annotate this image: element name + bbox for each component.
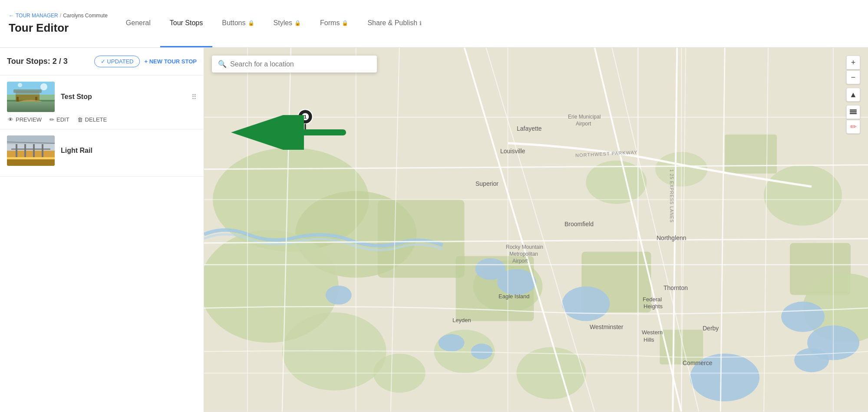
- zoom-in-button[interactable]: +: [846, 56, 860, 69]
- svg-rect-5: [17, 97, 19, 102]
- map-controls: + − ▲ ✏: [846, 56, 860, 134]
- stop-item-2: Light Rail: [0, 129, 204, 177]
- tab-general-label: General: [126, 19, 151, 27]
- styles-lock-icon: 🔒: [294, 20, 301, 26]
- edit-map-button[interactable]: ✏: [846, 120, 860, 134]
- stop-thumb-2: [7, 135, 55, 166]
- tab-buttons[interactable]: Buttons 🔒: [212, 0, 264, 47]
- svg-rect-17: [16, 144, 17, 157]
- edit-icon: ✏: [50, 116, 54, 123]
- tour-stops-count: Tour Stops: 2 / 3: [7, 57, 68, 66]
- svg-point-50: [326, 286, 352, 305]
- tab-tour-stops-label: Tour Stops: [170, 19, 203, 27]
- map-search[interactable]: 🔍: [212, 56, 377, 73]
- nav-tabs: General Tour Stops Buttons 🔒 Styles 🔒 Fo…: [116, 0, 431, 47]
- tab-share-publish-label: Share & Publish: [367, 19, 417, 27]
- buttons-lock-icon: 🔒: [248, 20, 254, 26]
- delete-label: DELETE: [85, 116, 107, 123]
- tab-forms-label: Forms: [320, 19, 340, 27]
- map-pin: 1: [297, 109, 314, 132]
- edit-button-1[interactable]: ✏ EDIT: [50, 116, 69, 123]
- svg-point-46: [781, 302, 825, 332]
- forms-lock-icon: 🔒: [342, 20, 348, 26]
- share-warn-icon: ℹ: [419, 20, 422, 26]
- page-title: Tour Editor: [9, 21, 108, 35]
- svg-point-34: [764, 165, 842, 226]
- svg-point-43: [497, 269, 536, 295]
- stop-thumb-1: [7, 82, 55, 112]
- edit-label: EDIT: [56, 116, 69, 123]
- breadcrumb-separator: /: [60, 13, 61, 19]
- map-area[interactable]: Lafayette Erie Municipal Airport Louisvi…: [204, 48, 868, 412]
- sidebar: Tour Stops: 2 / 3 ✓ UPDATED + NEW TOUR S…: [0, 48, 204, 412]
- compass-button[interactable]: ▲: [846, 88, 860, 102]
- sidebar-actions: ✓ UPDATED + NEW TOUR STOP: [94, 56, 197, 67]
- svg-point-51: [690, 354, 759, 402]
- tour-manager-link[interactable]: TOUR MANAGER: [16, 13, 58, 19]
- stop-actions-1: 👁 PREVIEW ✏ EDIT 🗑 DELETE: [7, 116, 197, 123]
- delete-icon: 🗑: [77, 116, 83, 123]
- svg-point-49: [562, 287, 610, 321]
- search-input[interactable]: [230, 60, 371, 68]
- tab-forms[interactable]: Forms 🔒: [310, 0, 358, 47]
- back-arrow-icon[interactable]: ←: [9, 13, 14, 19]
- svg-point-7: [18, 100, 44, 107]
- svg-rect-70: [850, 111, 857, 112]
- stop-name-2: Light Rail: [61, 147, 197, 155]
- app-header: ← TOUR MANAGER / Carolyns Commute Tour E…: [0, 0, 868, 48]
- new-tour-stop-button[interactable]: + NEW TOUR STOP: [144, 58, 197, 65]
- search-icon: 🔍: [218, 60, 227, 68]
- svg-rect-18: [24, 144, 26, 157]
- svg-rect-8: [7, 82, 55, 95]
- stop-list: Test Stop ⠿ 👁 PREVIEW ✏ EDIT 🗑 DELETE: [0, 76, 204, 412]
- svg-text:1: 1: [304, 114, 307, 119]
- tab-general[interactable]: General: [116, 0, 160, 47]
- breadcrumb-current: Carolyns Commute: [63, 13, 108, 19]
- updated-button[interactable]: ✓ UPDATED: [94, 56, 140, 67]
- svg-rect-6: [35, 97, 37, 102]
- svg-point-10: [18, 83, 22, 87]
- drag-handle-1[interactable]: ⠿: [191, 93, 197, 101]
- stop-item-1: Test Stop ⠿ 👁 PREVIEW ✏ EDIT 🗑 DELETE: [0, 76, 204, 129]
- svg-point-9: [40, 83, 47, 90]
- header-left: ← TOUR MANAGER / Carolyns Commute Tour E…: [0, 0, 116, 47]
- tab-styles[interactable]: Styles 🔒: [264, 0, 311, 47]
- svg-rect-72: [850, 113, 857, 114]
- zoom-out-button[interactable]: −: [846, 70, 860, 84]
- sidebar-header: Tour Stops: 2 / 3 ✓ UPDATED + NEW TOUR S…: [0, 48, 204, 76]
- tab-share-publish[interactable]: Share & Publish ℹ: [358, 0, 431, 47]
- layers-button[interactable]: [846, 105, 860, 119]
- preview-icon: 👁: [8, 116, 13, 123]
- svg-rect-22: [7, 135, 55, 144]
- tab-styles-label: Styles: [274, 19, 293, 27]
- tab-buttons-label: Buttons: [222, 19, 245, 27]
- map-background: [204, 48, 868, 412]
- stop-item-top-2: Light Rail: [7, 135, 197, 166]
- svg-rect-33: [725, 135, 777, 174]
- svg-rect-15: [7, 157, 55, 159]
- preview-button-1[interactable]: 👁 PREVIEW: [8, 116, 42, 123]
- breadcrumb: ← TOUR MANAGER / Carolyns Commute: [9, 13, 108, 19]
- svg-rect-20: [42, 144, 43, 157]
- preview-label: PREVIEW: [16, 116, 42, 123]
- svg-rect-71: [850, 109, 857, 111]
- svg-point-45: [471, 344, 493, 359]
- svg-rect-19: [33, 144, 35, 157]
- svg-rect-2: [7, 100, 55, 112]
- stop-name-1: Test Stop: [61, 93, 185, 101]
- delete-button-1[interactable]: 🗑 DELETE: [77, 116, 107, 123]
- stop-item-top-1: Test Stop ⠿: [7, 82, 197, 112]
- tab-tour-stops[interactable]: Tour Stops: [160, 0, 212, 47]
- svg-point-48: [794, 348, 829, 372]
- svg-point-44: [439, 334, 465, 352]
- main-content: Tour Stops: 2 / 3 ✓ UPDATED + NEW TOUR S…: [0, 48, 868, 412]
